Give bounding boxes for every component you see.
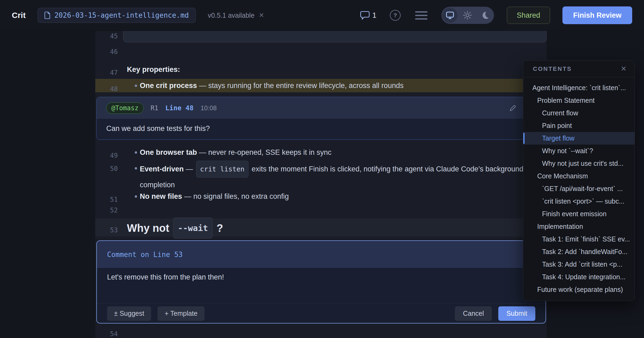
moon-icon xyxy=(480,11,489,20)
contents-list: Agent Intelligence: `crit listen`... Pro… xyxy=(523,77,635,296)
suggest-button-label: ± Suggest xyxy=(114,310,144,317)
doc-line-49[interactable]: 49 One browser tab — never re-opened, SS… xyxy=(95,146,547,159)
toc-item[interactable]: Agent Intelligence: `crit listen`... xyxy=(523,82,635,94)
bullet-icon xyxy=(135,84,137,87)
comment-body: Can we add some tests for this? xyxy=(97,119,546,138)
update-notice-text: v0.5.1 available xyxy=(208,12,255,19)
bullet-text: One browser tab — never re-opened, SSE k… xyxy=(140,146,539,159)
bold-text: Event-driven xyxy=(140,165,184,173)
contents-panel: CONTENTS ✕ Agent Intelligence: `crit lis… xyxy=(523,60,635,301)
shared-button-label: Shared xyxy=(517,11,540,20)
dismiss-update-icon[interactable]: ✕ xyxy=(259,12,264,19)
comments-indicator[interactable]: 1 xyxy=(360,10,376,21)
composer-toolbar: ± Suggest + Template Cancel Submit xyxy=(97,303,546,324)
shared-button[interactable]: Shared xyxy=(507,7,550,24)
plain-text: — no signal files, no extra config xyxy=(182,192,289,200)
paragraph-text: Key properties: xyxy=(127,63,539,76)
line-number: 46 xyxy=(95,48,118,56)
line-number: 47 xyxy=(95,66,118,79)
heading-text: ? xyxy=(214,222,223,234)
toc-item[interactable]: Core Mechanism xyxy=(523,170,635,182)
sun-icon xyxy=(463,11,472,20)
document-area: 45 46 47 Key properties: 48 One crit pro… xyxy=(95,31,547,338)
line-number: 45 xyxy=(95,32,118,40)
timestamp: 10:08 xyxy=(200,104,217,112)
toc-item[interactable]: Finish event emission xyxy=(523,208,635,220)
heading-text: Why not xyxy=(127,222,172,234)
line-number: 53 xyxy=(95,221,118,239)
cancel-button-label: Cancel xyxy=(463,310,484,317)
theme-option-dark[interactable] xyxy=(476,7,494,24)
toc-item[interactable]: Task 2: Add `handleWaitFo... xyxy=(523,245,635,258)
line-number: 50 xyxy=(95,165,118,172)
toc-item[interactable]: `GET /api/wait-for-event` ... xyxy=(523,182,635,195)
toc-item[interactable]: Task 1: Emit `finish` SSE ev... xyxy=(523,233,635,245)
finish-review-button[interactable]: Finish Review xyxy=(562,6,632,24)
line-reference-link[interactable]: Line 48 xyxy=(165,104,193,112)
comment-thread-header: @Tomasz R1 Line 48 10:08 xyxy=(97,97,546,119)
doc-line-47[interactable]: 47 Key properties: xyxy=(95,63,547,76)
comment-count: 1 xyxy=(372,11,376,20)
toc-item[interactable]: `crit listen <port>` — subc... xyxy=(523,195,635,208)
suggest-button[interactable]: ± Suggest xyxy=(107,306,151,321)
doc-line-46[interactable]: 46 xyxy=(95,45,547,58)
doc-line-53-heading[interactable]: 53 Why not --wait ? xyxy=(95,218,547,237)
doc-line-48-highlighted[interactable]: 48 One crit process — stays running for … xyxy=(95,79,547,92)
top-bar: Crit 2026-03-15-agent-intelligence.md v0… xyxy=(0,0,644,31)
line-number: 52 xyxy=(95,207,118,214)
doc-line-54[interactable]: 54 xyxy=(95,327,547,338)
submit-button[interactable]: Submit xyxy=(498,306,535,321)
submit-button-label: Submit xyxy=(506,310,527,317)
toc-item-selected[interactable]: Target flow xyxy=(523,132,635,145)
doc-line-52[interactable]: 52 xyxy=(95,203,547,216)
theme-toggle[interactable] xyxy=(441,7,494,24)
bullet-icon xyxy=(135,167,137,170)
bullet-icon xyxy=(135,195,137,198)
cancel-button[interactable]: Cancel xyxy=(455,306,492,321)
author-badge[interactable]: @Tomasz xyxy=(106,102,144,114)
toc-item[interactable]: Pain point xyxy=(523,119,635,132)
edit-comment-button[interactable] xyxy=(509,105,516,112)
line-number: 48 xyxy=(95,82,118,96)
help-icon: ? xyxy=(393,12,397,19)
file-icon xyxy=(44,12,51,19)
toc-item[interactable]: Implementation xyxy=(523,220,635,233)
toc-item[interactable]: Task 3: Add `crit listen <p... xyxy=(523,258,635,271)
comment-input[interactable]: Let's remove this from the plan then! xyxy=(97,268,546,303)
bullet-icon xyxy=(135,151,137,154)
inline-code-chip: crit listen xyxy=(196,161,249,178)
toc-item[interactable]: Current flow xyxy=(523,107,635,119)
template-button-label: + Template xyxy=(164,310,197,317)
toc-item[interactable]: Why not just use crit's std... xyxy=(523,157,635,170)
comment-thread: @Tomasz R1 Line 48 10:08 Can we add some… xyxy=(96,97,546,140)
section-heading: Why not --wait ? xyxy=(127,218,539,239)
line-number: 49 xyxy=(95,149,118,162)
doc-line-50[interactable]: 50 Event-driven — crit listen exits the … xyxy=(95,161,547,190)
plain-text: — stays running for the entire review li… xyxy=(197,82,404,90)
help-button[interactable]: ? xyxy=(390,10,401,21)
pencil-icon xyxy=(509,105,516,112)
line-number: 54 xyxy=(95,330,118,338)
toc-item[interactable]: Why not `--wait`? xyxy=(523,145,635,157)
doc-line-51[interactable]: 51 No new files — no signal files, no ex… xyxy=(95,190,547,203)
bullet-text: Event-driven — crit listen exits the mom… xyxy=(140,161,542,192)
bold-text: No new files xyxy=(140,192,182,200)
composer-header: Comment on Line 53 xyxy=(97,241,546,268)
close-icon[interactable]: ✕ xyxy=(621,65,627,73)
template-button[interactable]: + Template xyxy=(158,306,204,321)
theme-option-system[interactable] xyxy=(441,7,459,24)
toc-item[interactable]: Future work (separate plans) xyxy=(523,283,635,296)
menu-button[interactable] xyxy=(415,11,427,20)
monitor-icon xyxy=(442,8,458,23)
bold-text: One crit process xyxy=(140,82,197,90)
comment-composer: Comment on Line 53 Let's remove this fro… xyxy=(96,240,546,324)
file-chip[interactable]: 2026-03-15-agent-intelligence.md xyxy=(38,8,196,23)
bullet-text: One crit process — stays running for the… xyxy=(140,79,539,92)
contents-title: CONTENTS xyxy=(533,65,572,72)
doc-line-45[interactable]: 45 xyxy=(95,31,547,43)
update-notice: v0.5.1 available ✕ xyxy=(208,12,264,19)
toc-item[interactable]: Task 4: Update integration... xyxy=(523,271,635,283)
theme-option-light[interactable] xyxy=(459,7,476,24)
toc-item[interactable]: Problem Statement xyxy=(523,94,635,107)
bold-text: Key properties: xyxy=(127,65,180,74)
